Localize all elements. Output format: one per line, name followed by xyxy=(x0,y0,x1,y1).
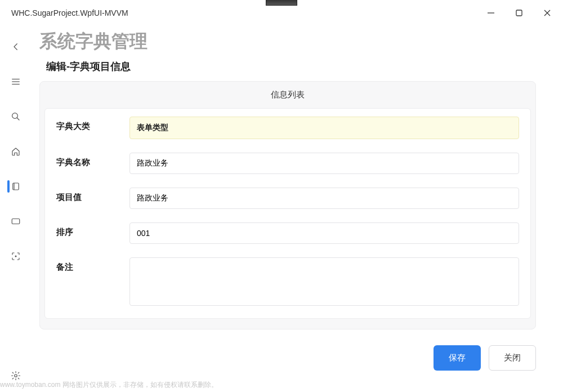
form-card: 信息列表 字典大类 表单类型 字典名称 项目值 xyxy=(39,81,536,329)
input-name[interactable] xyxy=(129,153,519,174)
form-card-header: 信息列表 xyxy=(40,82,535,108)
svg-rect-11 xyxy=(12,219,20,224)
textarea-remark[interactable] xyxy=(129,257,519,306)
button-row: 保存 关闭 xyxy=(39,345,536,371)
label-item-value: 项目值 xyxy=(56,188,129,203)
page-title: 系统字典管理 xyxy=(39,29,536,54)
row-category: 字典大类 表单类型 xyxy=(56,117,519,139)
panel-icon[interactable] xyxy=(5,212,26,231)
form-inner: 字典大类 表单类型 字典名称 项目值 xyxy=(44,108,531,319)
content-area: 系统字典管理 编辑-字典项目信息 信息列表 字典大类 表单类型 字典名称 xyxy=(32,26,563,392)
svg-line-8 xyxy=(17,118,19,120)
field-category-display: 表单类型 xyxy=(129,117,519,139)
row-item-value: 项目值 xyxy=(56,188,519,209)
row-name: 字典名称 xyxy=(56,153,519,174)
sidebar xyxy=(0,26,32,392)
page-subtitle: 编辑-字典项目信息 xyxy=(46,60,536,73)
scan-icon[interactable] xyxy=(5,247,26,266)
back-icon[interactable] xyxy=(5,37,26,56)
dictionary-icon[interactable] xyxy=(5,177,26,196)
label-name: 字典名称 xyxy=(56,153,129,168)
window-grip[interactable] xyxy=(266,0,297,6)
window-title: WHC.SugarProject.WpfUI-MVVM xyxy=(11,8,128,17)
menu-icon[interactable] xyxy=(5,72,26,91)
row-sort: 排序 xyxy=(56,222,519,244)
minimize-button[interactable] xyxy=(483,5,499,21)
svg-point-12 xyxy=(15,256,17,257)
label-category: 字典大类 xyxy=(56,117,129,132)
save-button[interactable]: 保存 xyxy=(434,345,481,371)
close-button[interactable] xyxy=(539,5,555,21)
maximize-button[interactable] xyxy=(511,5,527,21)
svg-rect-1 xyxy=(516,10,522,16)
home-icon[interactable] xyxy=(5,142,26,161)
input-item-value[interactable] xyxy=(129,188,519,209)
svg-rect-9 xyxy=(13,183,19,190)
label-sort: 排序 xyxy=(56,222,129,238)
search-icon[interactable] xyxy=(5,107,26,126)
input-sort[interactable] xyxy=(129,222,519,244)
label-remark: 备注 xyxy=(56,257,129,273)
footer-watermark: www.toymoban.com 网络图片仅供展示，非存储，如有侵权请联系删除。 xyxy=(0,380,218,390)
close-form-button[interactable]: 关闭 xyxy=(489,345,536,371)
window-controls xyxy=(483,5,555,21)
row-remark: 备注 xyxy=(56,257,519,308)
titlebar: WHC.SugarProject.WpfUI-MVVM xyxy=(0,0,563,26)
svg-point-13 xyxy=(15,375,17,377)
